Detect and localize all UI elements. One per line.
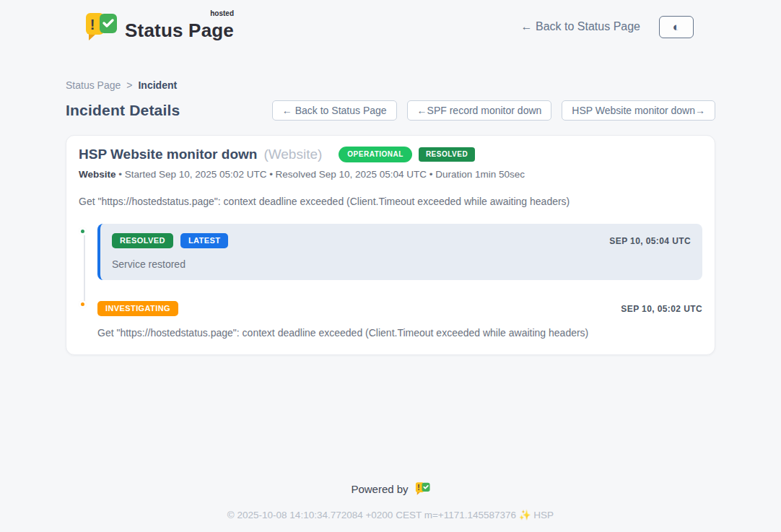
incident-meta: Website • Started Sep 10, 2025 05:02 UTC… — [79, 169, 702, 180]
logo[interactable]: ! hosted Status Page — [84, 12, 234, 42]
incident-timeline: RESOLVED LATEST SEP 10, 05:04 UTC Servic… — [79, 224, 702, 339]
timeline-entry-investigating: INVESTIGATING SEP 10, 05:02 UTC Get "htt… — [79, 301, 702, 339]
svg-text:!: ! — [90, 17, 95, 32]
incident-component: (Website) — [263, 147, 322, 162]
prev-incident-button[interactable]: ←SPF record monitor down — [407, 100, 552, 121]
back-to-status-page-link[interactable]: ← Back to Status Page — [521, 20, 640, 33]
timeline-message: Get "https://hostedstatus.page": context… — [97, 327, 702, 339]
incident-meta-details: • Started Sep 10, 2025 05:02 UTC • Resol… — [118, 169, 525, 180]
operational-badge: OPERATIONAL — [339, 147, 412, 162]
incident-card: HSP Website monitor down (Website) OPERA… — [66, 135, 715, 355]
logo-superscript: hosted — [210, 9, 234, 17]
latest-status-badge: LATEST — [180, 233, 228, 248]
timeline-timestamp: SEP 10, 05:02 UTC — [621, 304, 702, 314]
copyright-text: © 2025-10-08 14:10:34.772084 +0200 CEST … — [0, 509, 781, 520]
timeline-dot-green — [79, 227, 87, 235]
next-incident-button[interactable]: HSP Website monitor down→ — [562, 100, 715, 121]
powered-by-label: Powered by — [351, 483, 408, 495]
incident-title: HSP Website monitor down — [79, 147, 257, 162]
incident-meta-component: Website — [79, 169, 116, 180]
breadcrumb-status-page[interactable]: Status Page — [66, 79, 121, 91]
svg-text:!: ! — [417, 484, 419, 492]
breadcrumb-separator: > — [126, 79, 132, 91]
theme-toggle-button[interactable]: ◐ — [659, 16, 694, 38]
resolved-status-badge: RESOLVED — [112, 233, 173, 248]
half-circle-theme-icon: ◐ — [673, 21, 680, 33]
footer: Powered by ! © 2025-10-08 14:10:34.77208… — [0, 481, 781, 520]
resolved-badge: RESOLVED — [419, 147, 475, 162]
incident-nav-buttons: ← Back to Status Page ←SPF record monito… — [272, 100, 715, 121]
statuspage-logo-icon: ! — [84, 12, 118, 42]
logo-brand-text: Status Page — [125, 19, 234, 41]
incident-description: Get "https://hostedstatus.page": context… — [79, 196, 702, 207]
back-to-status-page-button[interactable]: ← Back to Status Page — [272, 100, 397, 121]
statuspage-footer-icon: ! — [415, 481, 430, 496]
breadcrumb: Status Page > Incident — [66, 79, 715, 91]
investigating-status-badge: INVESTIGATING — [97, 301, 178, 316]
timeline-dot-orange — [79, 300, 87, 308]
timeline-entry-box: RESOLVED LATEST SEP 10, 05:04 UTC Servic… — [97, 224, 702, 280]
header: ! hosted Status Page ← Back to Status Pa… — [66, 0, 715, 42]
timeline-timestamp: SEP 10, 05:04 UTC — [609, 236, 691, 246]
timeline-entry-resolved: RESOLVED LATEST SEP 10, 05:04 UTC Servic… — [79, 224, 702, 280]
timeline-message: Service restored — [112, 258, 691, 270]
breadcrumb-incident: Incident — [138, 79, 177, 91]
page-title: Incident Details — [66, 102, 180, 119]
